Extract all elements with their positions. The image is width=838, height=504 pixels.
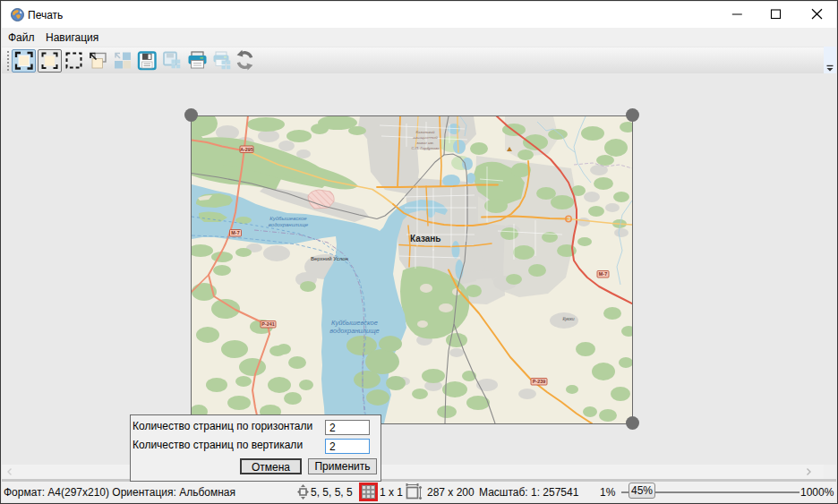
- svg-text:Куюки: Куюки: [562, 317, 575, 321]
- svg-text:А-295: А-295: [240, 147, 253, 152]
- svg-text:Верхний Услон: Верхний Услон: [311, 256, 348, 261]
- svg-text:М-7: М-7: [231, 230, 239, 235]
- svg-text:водохранилище: водохранилище: [269, 222, 309, 227]
- svg-text:С.П. Горбунова: С.П. Горбунова: [411, 146, 440, 150]
- svg-text:Куйбышевское: Куйбышевское: [331, 319, 378, 327]
- svg-text:Р-239: Р-239: [533, 379, 545, 384]
- svg-text:Куйбышевское: Куйбышевское: [269, 216, 307, 221]
- svg-text:авиационный: авиационный: [413, 135, 438, 140]
- svg-text:Казань: Казань: [410, 234, 441, 243]
- svg-text:завод им.: завод им.: [415, 141, 433, 145]
- svg-text:Р-241: Р-241: [261, 321, 274, 327]
- svg-text:Казанский: Казанский: [416, 130, 435, 134]
- svg-text:М-7: М-7: [599, 271, 607, 277]
- svg-text:водохранилище: водохранилище: [329, 327, 379, 335]
